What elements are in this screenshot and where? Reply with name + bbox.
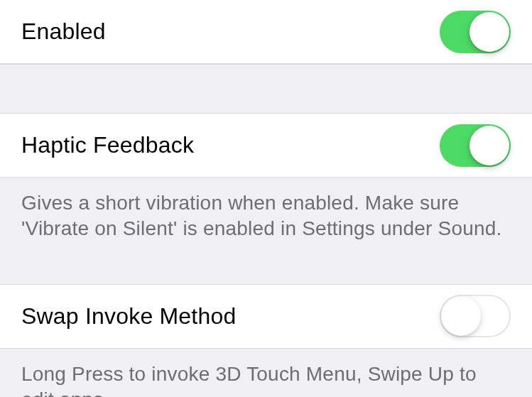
swap-invoke-cell: Swap Invoke Method — [0, 285, 532, 349]
toggle-knob — [469, 126, 509, 165]
toggle-knob — [469, 12, 509, 52]
haptic-feedback-label: Haptic Feedback — [21, 132, 194, 158]
swap-invoke-footer: Long Press to invoke 3D Touch Menu, Swip… — [0, 349, 532, 397]
enabled-toggle[interactable] — [440, 11, 511, 53]
enabled-label: Enabled — [21, 18, 106, 45]
enabled-cell: Enabled — [0, 0, 532, 64]
section-spacer — [0, 256, 532, 285]
toggle-knob — [441, 296, 481, 336]
haptic-feedback-cell: Haptic Feedback — [0, 114, 532, 178]
haptic-feedback-footer: Gives a short vibration when enabled. Ma… — [0, 178, 532, 256]
swap-invoke-toggle[interactable] — [440, 295, 511, 337]
section-spacer — [0, 64, 532, 114]
swap-invoke-label: Swap Invoke Method — [21, 303, 236, 330]
haptic-feedback-toggle[interactable] — [440, 124, 511, 167]
